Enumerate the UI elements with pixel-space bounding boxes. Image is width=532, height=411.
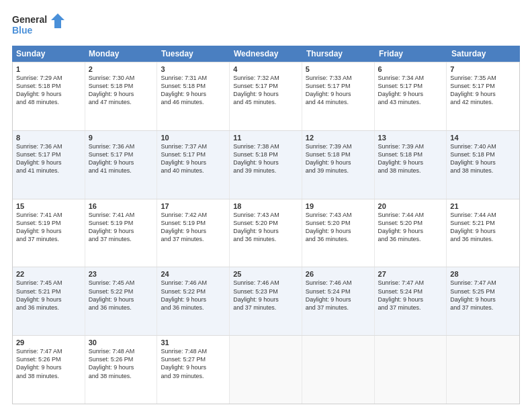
cell-line: and 38 minutes. — [378, 167, 443, 175]
cell-line: and 44 minutes. — [306, 98, 371, 106]
cell-line: and 37 minutes. — [233, 304, 298, 312]
cell-line: Sunset: 5:22 PM — [161, 287, 226, 295]
cell-line: Sunrise: 7:46 AM — [161, 279, 226, 287]
logo: General Blue — [12, 12, 66, 39]
calendar-cell: 17Sunrise: 7:42 AMSunset: 5:19 PMDayligh… — [157, 199, 230, 267]
cell-line: Sunrise: 7:46 AM — [306, 279, 371, 287]
cell-line: Sunrise: 7:39 AM — [306, 142, 371, 150]
calendar-cell: 29Sunrise: 7:47 AMSunset: 5:26 PMDayligh… — [13, 336, 85, 404]
calendar-cell: 30Sunrise: 7:48 AMSunset: 5:26 PMDayligh… — [85, 336, 158, 404]
cell-line: and 38 minutes. — [89, 372, 154, 380]
day-number: 27 — [378, 270, 443, 278]
cell-line: Sunset: 5:18 PM — [378, 150, 443, 158]
cell-line: Sunset: 5:26 PM — [89, 355, 154, 363]
cell-line: Daylight: 9 hours — [16, 158, 81, 167]
cell-line: Sunset: 5:23 PM — [233, 287, 298, 295]
calendar-cell: 24Sunrise: 7:46 AMSunset: 5:22 PMDayligh… — [157, 267, 230, 335]
cell-line: Sunset: 5:18 PM — [89, 82, 154, 90]
calendar-cell: 8Sunrise: 7:36 AMSunset: 5:17 PMDaylight… — [13, 131, 85, 199]
cell-line: Daylight: 9 hours — [161, 158, 226, 167]
cell-line: Daylight: 9 hours — [16, 363, 81, 371]
calendar-cell: 4Sunrise: 7:32 AMSunset: 5:17 PMDaylight… — [230, 62, 302, 130]
cell-line: Sunset: 5:18 PM — [306, 150, 371, 158]
cell-line: Daylight: 9 hours — [161, 363, 226, 371]
calendar-row: 15Sunrise: 7:41 AMSunset: 5:19 PMDayligh… — [13, 199, 519, 267]
day-number: 13 — [378, 134, 443, 142]
day-number: 15 — [16, 202, 81, 210]
day-number: 24 — [161, 270, 226, 278]
cell-line: Sunrise: 7:33 AM — [306, 74, 371, 82]
cell-line: Sunset: 5:17 PM — [16, 150, 81, 158]
cell-line: Daylight: 9 hours — [161, 295, 226, 304]
cell-line: Sunrise: 7:34 AM — [378, 74, 443, 82]
calendar-cell: 15Sunrise: 7:41 AMSunset: 5:19 PMDayligh… — [13, 199, 85, 267]
calendar-row: 8Sunrise: 7:36 AMSunset: 5:17 PMDaylight… — [13, 130, 519, 199]
cell-line: Daylight: 9 hours — [161, 227, 226, 235]
logo-svg: General Blue — [12, 12, 66, 39]
weekday-header: Sunday — [12, 46, 85, 62]
day-number: 20 — [378, 202, 443, 210]
calendar-cell: 18Sunrise: 7:43 AMSunset: 5:20 PMDayligh… — [230, 199, 302, 267]
calendar-cell: 19Sunrise: 7:43 AMSunset: 5:20 PMDayligh… — [302, 199, 375, 267]
cell-line: Sunset: 5:20 PM — [233, 219, 298, 227]
cell-line: Sunrise: 7:42 AM — [161, 211, 226, 219]
calendar-row: 1Sunrise: 7:29 AMSunset: 5:18 PMDaylight… — [13, 62, 519, 130]
calendar-cell: 28Sunrise: 7:47 AMSunset: 5:25 PMDayligh… — [447, 267, 519, 335]
cell-line: Sunset: 5:21 PM — [16, 287, 81, 295]
calendar-cell: 9Sunrise: 7:36 AMSunset: 5:17 PMDaylight… — [85, 131, 158, 199]
cell-line: Daylight: 9 hours — [378, 158, 443, 167]
cell-line: and 36 minutes. — [450, 235, 516, 243]
weekday-header: Tuesday — [157, 46, 230, 62]
cell-line: and 37 minutes. — [89, 235, 154, 243]
calendar-cell: 12Sunrise: 7:39 AMSunset: 5:18 PMDayligh… — [302, 131, 375, 199]
cell-line: Sunset: 5:25 PM — [450, 287, 516, 295]
cell-line: Sunrise: 7:47 AM — [378, 279, 443, 287]
day-number: 5 — [306, 65, 371, 73]
calendar-cell: 26Sunrise: 7:46 AMSunset: 5:24 PMDayligh… — [302, 267, 375, 335]
calendar-cell — [375, 336, 447, 404]
day-number: 22 — [16, 270, 81, 278]
day-number: 8 — [16, 134, 81, 142]
day-number: 29 — [16, 338, 81, 347]
weekday-header: Saturday — [447, 46, 520, 62]
cell-line: Sunrise: 7:30 AM — [89, 74, 154, 82]
calendar-cell: 23Sunrise: 7:45 AMSunset: 5:22 PMDayligh… — [85, 267, 158, 335]
calendar-cell: 7Sunrise: 7:35 AMSunset: 5:17 PMDaylight… — [447, 62, 519, 130]
cell-line: Sunrise: 7:40 AM — [450, 142, 516, 150]
header: General Blue — [12, 12, 520, 39]
cell-line: and 36 minutes. — [233, 235, 298, 243]
cell-line: and 48 minutes. — [16, 98, 81, 106]
calendar-cell — [447, 336, 519, 404]
cell-line: Sunrise: 7:45 AM — [89, 279, 154, 287]
cell-line: Sunrise: 7:47 AM — [16, 347, 81, 355]
calendar-cell: 3Sunrise: 7:31 AMSunset: 5:18 PMDaylight… — [157, 62, 230, 130]
cell-line: Daylight: 9 hours — [16, 295, 81, 304]
weekday-header: Wednesday — [230, 46, 302, 62]
cell-line: Daylight: 9 hours — [378, 227, 443, 235]
cell-line: Sunrise: 7:47 AM — [450, 279, 516, 287]
cell-line: Daylight: 9 hours — [233, 295, 298, 304]
calendar-cell: 21Sunrise: 7:44 AMSunset: 5:21 PMDayligh… — [447, 199, 519, 267]
cell-line: and 37 minutes. — [161, 235, 226, 243]
cell-line: Daylight: 9 hours — [89, 295, 154, 304]
cell-line: Sunrise: 7:44 AM — [450, 211, 516, 219]
calendar-cell — [302, 336, 375, 404]
cell-line: Sunset: 5:18 PM — [450, 150, 516, 158]
cell-line: Sunrise: 7:48 AM — [161, 347, 226, 355]
calendar-cell: 31Sunrise: 7:48 AMSunset: 5:27 PMDayligh… — [157, 336, 230, 404]
day-number: 11 — [233, 134, 298, 142]
cell-line: Sunrise: 7:39 AM — [378, 142, 443, 150]
calendar-cell: 16Sunrise: 7:41 AMSunset: 5:19 PMDayligh… — [85, 199, 158, 267]
cell-line: Sunset: 5:17 PM — [378, 82, 443, 90]
cell-line: and 47 minutes. — [89, 98, 154, 106]
day-number: 17 — [161, 202, 226, 210]
cell-line: Sunset: 5:19 PM — [89, 219, 154, 227]
cell-line: Daylight: 9 hours — [306, 90, 371, 98]
calendar-cell: 6Sunrise: 7:34 AMSunset: 5:17 PMDaylight… — [375, 62, 447, 130]
day-number: 3 — [161, 65, 226, 73]
calendar-header: SundayMondayTuesdayWednesdayThursdayFrid… — [12, 46, 520, 62]
cell-line: and 39 minutes. — [233, 167, 298, 175]
day-number: 12 — [306, 134, 371, 142]
page: General Blue SundayMondayTuesdayWednesda… — [0, 0, 532, 411]
day-number: 6 — [378, 65, 443, 73]
